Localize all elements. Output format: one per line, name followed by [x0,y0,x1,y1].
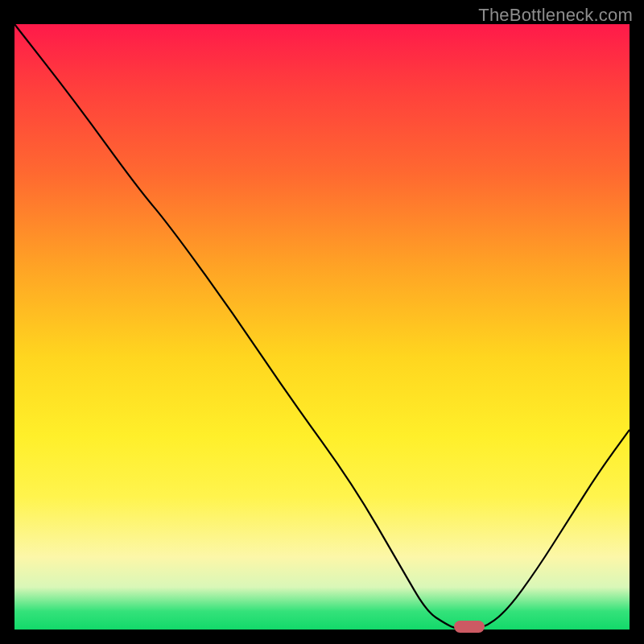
curve-path [14,24,630,630]
watermark-text: TheBottleneck.com [478,5,633,26]
bottleneck-curve [14,24,630,630]
chart-frame: TheBottleneck.com [0,0,644,644]
optimal-marker [454,621,485,633]
plot-area [14,24,630,630]
